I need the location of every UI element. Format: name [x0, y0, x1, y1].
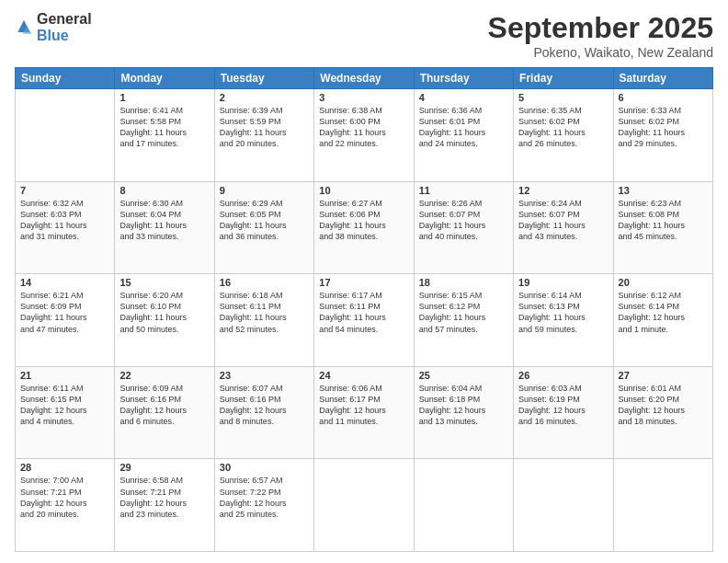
calendar-cell — [314, 459, 414, 552]
cell-content: Sunrise: 6:35 AM Sunset: 6:02 PM Dayligh… — [518, 105, 608, 150]
calendar-cell: 19Sunrise: 6:14 AM Sunset: 6:13 PM Dayli… — [514, 274, 613, 367]
calendar-cell: 24Sunrise: 6:06 AM Sunset: 6:17 PM Dayli… — [314, 366, 414, 459]
cell-content: Sunrise: 6:17 AM Sunset: 6:11 PM Dayligh… — [319, 290, 408, 335]
day-number: 17 — [319, 277, 408, 288]
day-number: 8 — [119, 185, 209, 196]
day-number: 26 — [518, 370, 608, 381]
calendar-cell: 15Sunrise: 6:20 AM Sunset: 6:10 PM Dayli… — [115, 274, 214, 367]
cell-content: Sunrise: 7:00 AM Sunset: 7:21 PM Dayligh… — [20, 475, 109, 520]
cell-content: Sunrise: 6:12 AM Sunset: 6:14 PM Dayligh… — [619, 290, 708, 335]
calendar-cell: 13Sunrise: 6:23 AM Sunset: 6:08 PM Dayli… — [613, 181, 712, 274]
cell-content: Sunrise: 6:18 AM Sunset: 6:11 PM Dayligh… — [220, 290, 309, 335]
cell-content: Sunrise: 6:03 AM Sunset: 6:19 PM Dayligh… — [518, 383, 608, 428]
cell-content: Sunrise: 6:20 AM Sunset: 6:10 PM Dayligh… — [119, 290, 209, 335]
day-number: 29 — [119, 462, 209, 473]
header: General Blue September 2025 Pokeno, Waik… — [15, 11, 713, 60]
cell-content: Sunrise: 6:21 AM Sunset: 6:09 PM Dayligh… — [20, 290, 109, 335]
cell-content: Sunrise: 6:26 AM Sunset: 6:07 PM Dayligh… — [419, 198, 508, 243]
cell-content: Sunrise: 6:38 AM Sunset: 6:00 PM Dayligh… — [319, 105, 408, 150]
day-number: 15 — [119, 277, 209, 288]
day-number: 19 — [518, 277, 608, 288]
calendar-cell: 26Sunrise: 6:03 AM Sunset: 6:19 PM Dayli… — [514, 366, 613, 459]
logo-text-general: General — [37, 11, 92, 27]
calendar-cell: 3Sunrise: 6:38 AM Sunset: 6:00 PM Daylig… — [314, 89, 414, 182]
calendar-cell: 30Sunrise: 6:57 AM Sunset: 7:22 PM Dayli… — [214, 459, 313, 552]
calendar-cell: 14Sunrise: 6:21 AM Sunset: 6:09 PM Dayli… — [16, 274, 115, 367]
calendar-day-header: Tuesday — [214, 68, 313, 89]
day-number: 12 — [518, 185, 608, 196]
calendar-cell: 6Sunrise: 6:33 AM Sunset: 6:02 PM Daylig… — [613, 89, 712, 182]
cell-content: Sunrise: 6:14 AM Sunset: 6:13 PM Dayligh… — [518, 290, 608, 335]
cell-content: Sunrise: 6:24 AM Sunset: 6:07 PM Dayligh… — [518, 198, 608, 243]
day-number: 11 — [419, 185, 508, 196]
day-number: 18 — [419, 277, 508, 288]
day-number: 14 — [20, 277, 109, 288]
day-number: 22 — [119, 370, 209, 381]
calendar-week-row: 21Sunrise: 6:11 AM Sunset: 6:15 PM Dayli… — [16, 366, 713, 459]
cell-content: Sunrise: 6:58 AM Sunset: 7:21 PM Dayligh… — [119, 475, 209, 520]
logo-icon — [15, 18, 33, 37]
day-number: 27 — [619, 370, 708, 381]
cell-content: Sunrise: 6:23 AM Sunset: 6:08 PM Dayligh… — [619, 198, 708, 243]
day-number: 3 — [319, 92, 408, 103]
day-number: 30 — [220, 462, 309, 473]
cell-content: Sunrise: 6:39 AM Sunset: 5:59 PM Dayligh… — [220, 105, 309, 150]
day-number: 13 — [619, 185, 708, 196]
page: General Blue September 2025 Pokeno, Waik… — [0, 0, 728, 563]
calendar-cell: 22Sunrise: 6:09 AM Sunset: 6:16 PM Dayli… — [115, 366, 214, 459]
day-number: 2 — [220, 92, 309, 103]
calendar-day-header: Saturday — [613, 68, 712, 89]
day-number: 1 — [119, 92, 209, 103]
calendar-cell: 20Sunrise: 6:12 AM Sunset: 6:14 PM Dayli… — [613, 274, 712, 367]
calendar-week-row: 7Sunrise: 6:32 AM Sunset: 6:03 PM Daylig… — [16, 181, 713, 274]
day-number: 4 — [419, 92, 508, 103]
calendar-header-row: SundayMondayTuesdayWednesdayThursdayFrid… — [16, 68, 713, 89]
calendar-cell — [16, 89, 115, 182]
cell-content: Sunrise: 6:32 AM Sunset: 6:03 PM Dayligh… — [20, 198, 109, 243]
location: Pokeno, Waikato, New Zealand — [488, 45, 713, 60]
calendar-cell: 23Sunrise: 6:07 AM Sunset: 6:16 PM Dayli… — [214, 366, 313, 459]
calendar-cell: 7Sunrise: 6:32 AM Sunset: 6:03 PM Daylig… — [16, 181, 115, 274]
calendar-cell — [514, 459, 613, 552]
calendar-cell: 2Sunrise: 6:39 AM Sunset: 5:59 PM Daylig… — [214, 89, 313, 182]
month-title: September 2025 — [488, 11, 713, 45]
calendar-day-header: Wednesday — [314, 68, 414, 89]
calendar-cell: 21Sunrise: 6:11 AM Sunset: 6:15 PM Dayli… — [16, 366, 115, 459]
cell-content: Sunrise: 6:09 AM Sunset: 6:16 PM Dayligh… — [119, 383, 209, 428]
cell-content: Sunrise: 6:27 AM Sunset: 6:06 PM Dayligh… — [319, 198, 408, 243]
calendar-cell: 18Sunrise: 6:15 AM Sunset: 6:12 PM Dayli… — [414, 274, 513, 367]
calendar-table: SundayMondayTuesdayWednesdayThursdayFrid… — [15, 67, 713, 552]
cell-content: Sunrise: 6:07 AM Sunset: 6:16 PM Dayligh… — [220, 383, 309, 428]
calendar-cell: 27Sunrise: 6:01 AM Sunset: 6:20 PM Dayli… — [613, 366, 712, 459]
calendar-cell: 5Sunrise: 6:35 AM Sunset: 6:02 PM Daylig… — [514, 89, 613, 182]
day-number: 20 — [619, 277, 708, 288]
calendar-day-header: Monday — [115, 68, 214, 89]
logo-text-blue: Blue — [37, 28, 69, 43]
title-block: September 2025 Pokeno, Waikato, New Zeal… — [488, 11, 713, 60]
day-number: 7 — [20, 185, 109, 196]
day-number: 21 — [20, 370, 109, 381]
calendar-cell: 25Sunrise: 6:04 AM Sunset: 6:18 PM Dayli… — [414, 366, 513, 459]
cell-content: Sunrise: 6:41 AM Sunset: 5:58 PM Dayligh… — [119, 105, 209, 150]
calendar-cell: 8Sunrise: 6:30 AM Sunset: 6:04 PM Daylig… — [115, 181, 214, 274]
calendar-cell: 9Sunrise: 6:29 AM Sunset: 6:05 PM Daylig… — [214, 181, 313, 274]
calendar-day-header: Sunday — [16, 68, 115, 89]
calendar-cell — [414, 459, 513, 552]
day-number: 16 — [220, 277, 309, 288]
calendar-cell: 1Sunrise: 6:41 AM Sunset: 5:58 PM Daylig… — [115, 89, 214, 182]
cell-content: Sunrise: 6:57 AM Sunset: 7:22 PM Dayligh… — [220, 475, 309, 520]
cell-content: Sunrise: 6:33 AM Sunset: 6:02 PM Dayligh… — [619, 105, 708, 150]
logo: General Blue — [15, 11, 92, 44]
calendar-cell: 29Sunrise: 6:58 AM Sunset: 7:21 PM Dayli… — [115, 459, 214, 552]
calendar-cell: 11Sunrise: 6:26 AM Sunset: 6:07 PM Dayli… — [414, 181, 513, 274]
day-number: 5 — [518, 92, 608, 103]
day-number: 28 — [20, 462, 109, 473]
calendar-cell — [613, 459, 712, 552]
calendar-day-header: Friday — [514, 68, 613, 89]
day-number: 6 — [619, 92, 708, 103]
cell-content: Sunrise: 6:01 AM Sunset: 6:20 PM Dayligh… — [619, 383, 708, 428]
day-number: 25 — [419, 370, 508, 381]
calendar-cell: 17Sunrise: 6:17 AM Sunset: 6:11 PM Dayli… — [314, 274, 414, 367]
cell-content: Sunrise: 6:11 AM Sunset: 6:15 PM Dayligh… — [20, 383, 109, 428]
cell-content: Sunrise: 6:30 AM Sunset: 6:04 PM Dayligh… — [119, 198, 209, 243]
